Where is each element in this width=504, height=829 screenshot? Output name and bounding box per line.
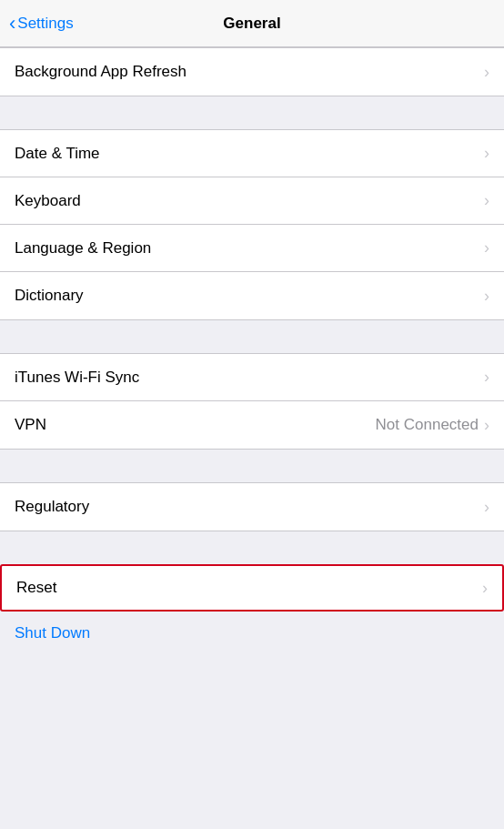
chevron-right-icon: › xyxy=(484,416,489,435)
row-label: Keyboard xyxy=(15,192,81,210)
chevron-right-icon: › xyxy=(484,144,489,163)
row-label: Reset xyxy=(16,579,56,597)
table-row[interactable]: Date & Time › xyxy=(0,130,504,177)
chevron-right-icon: › xyxy=(484,498,489,517)
row-right: › xyxy=(484,144,489,163)
reset-row[interactable]: Reset › xyxy=(0,564,504,612)
back-chevron-icon: ‹ xyxy=(9,14,15,34)
section-separator-2 xyxy=(0,320,504,353)
row-label: Date & Time xyxy=(15,145,100,163)
row-right: › xyxy=(484,63,489,82)
chevron-right-icon: › xyxy=(482,579,488,598)
row-label: Regulatory xyxy=(15,498,89,516)
row-label: iTunes Wi-Fi Sync xyxy=(15,369,139,387)
section-datetime: Date & Time › Keyboard › Language & Regi… xyxy=(0,129,504,320)
table-row[interactable]: Language & Region › xyxy=(0,225,504,272)
shutdown-section: Shut Down xyxy=(0,612,504,655)
row-label: Language & Region xyxy=(15,239,151,258)
row-right: › xyxy=(484,191,489,210)
chevron-right-icon: › xyxy=(484,191,489,210)
row-right: › xyxy=(484,238,489,258)
row-label: VPN xyxy=(15,416,46,434)
row-right: › xyxy=(484,498,489,517)
back-label: Settings xyxy=(17,15,73,33)
row-right: › xyxy=(484,287,489,306)
page-title: General xyxy=(223,15,280,33)
back-button[interactable]: ‹ Settings xyxy=(9,14,74,34)
chevron-right-icon: › xyxy=(484,368,489,387)
chevron-right-icon: › xyxy=(484,238,489,258)
section-separator-3 xyxy=(0,450,504,482)
reset-section: Reset › xyxy=(0,564,504,612)
section-separator-1 xyxy=(0,96,504,129)
row-label: Dictionary xyxy=(15,287,84,305)
row-label: Background App Refresh xyxy=(15,63,186,81)
section-sync: iTunes Wi-Fi Sync › VPN Not Connected › xyxy=(0,353,504,450)
shutdown-link[interactable]: Shut Down xyxy=(15,624,90,642)
table-row[interactable]: Keyboard › xyxy=(0,177,504,225)
section-top: Background App Refresh › xyxy=(0,47,504,96)
section-separator-4 xyxy=(0,531,504,564)
row-right: › xyxy=(482,579,488,598)
chevron-right-icon: › xyxy=(484,63,489,82)
vpn-row[interactable]: VPN Not Connected › xyxy=(0,401,504,449)
table-row[interactable]: iTunes Wi-Fi Sync › xyxy=(0,354,504,401)
row-right: Not Connected › xyxy=(376,416,489,435)
section-regulatory: Regulatory › xyxy=(0,482,504,531)
header: ‹ Settings General xyxy=(0,0,504,47)
table-row[interactable]: Background App Refresh › xyxy=(0,48,504,96)
row-right: › xyxy=(484,368,489,387)
table-row[interactable]: Dictionary › xyxy=(0,272,504,319)
table-row[interactable]: Regulatory › xyxy=(0,483,504,531)
vpn-status: Not Connected xyxy=(376,416,479,434)
chevron-right-icon: › xyxy=(484,287,489,306)
